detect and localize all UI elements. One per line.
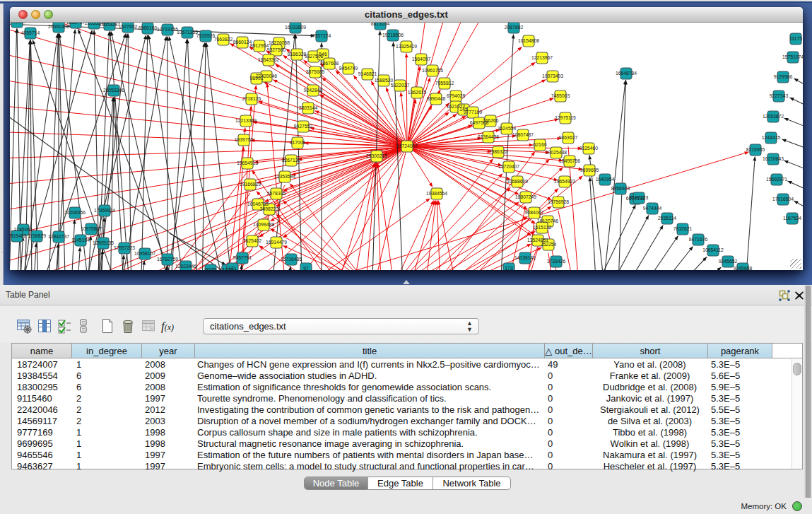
svg-text:8813054: 8813054: [371, 23, 390, 26]
svg-text:1588520: 1588520: [375, 78, 394, 83]
svg-text:3915482: 3915482: [10, 233, 26, 238]
svg-text:9129966: 9129966: [774, 74, 793, 79]
svg-text:9463627: 9463627: [559, 135, 578, 140]
svg-text:252254: 252254: [541, 242, 557, 247]
svg-text:17016504: 17016504: [772, 197, 794, 201]
svg-text:173: 173: [505, 266, 513, 270]
svg-text:9245: 9245: [205, 267, 216, 270]
svg-text:1244415: 1244415: [762, 135, 781, 140]
svg-text:1145194: 1145194: [71, 238, 90, 243]
svg-text:3875685: 3875685: [306, 69, 325, 74]
svg-text:20206556: 20206556: [64, 210, 86, 215]
svg-text:12213369: 12213369: [235, 118, 257, 123]
svg-text:2087682: 2087682: [505, 25, 524, 30]
svg-text:10025438: 10025438: [546, 150, 567, 155]
svg-text:20691406: 20691406: [48, 24, 69, 29]
svg-text:16046788: 16046788: [247, 201, 269, 206]
svg-text:5578335: 5578335: [267, 191, 286, 196]
svg-text:15720407: 15720407: [498, 164, 519, 169]
svg-text:5322037: 5322037: [391, 83, 410, 88]
svg-text:8454749: 8454749: [339, 66, 358, 71]
svg-text:16210643: 16210643: [763, 156, 784, 161]
svg-text:9245688: 9245688: [734, 266, 753, 270]
svg-text:10688609: 10688609: [507, 179, 528, 184]
svg-text:19218506: 19218506: [382, 33, 404, 37]
svg-text:14136141: 14136141: [514, 255, 536, 260]
svg-text:10973493: 10973493: [542, 74, 563, 78]
svg-text:9777169: 9777169: [464, 110, 483, 115]
svg-text:1905517: 1905517: [10, 23, 26, 24]
svg-text:19654913: 19654913: [237, 160, 258, 165]
svg-text:10975867: 10975867: [81, 226, 102, 231]
svg-text:10961755: 10961755: [422, 68, 443, 73]
svg-text:9197323: 9197323: [630, 195, 649, 200]
svg-text:16033809: 16033809: [285, 25, 306, 30]
svg-text:8186328: 8186328: [288, 52, 307, 57]
svg-text:18226058: 18226058: [269, 40, 290, 45]
svg-text:2803144: 2803144: [299, 105, 318, 110]
svg-text:7485003: 7485003: [551, 93, 570, 98]
svg-text:10654112: 10654112: [702, 247, 724, 252]
svg-text:9146821: 9146821: [358, 71, 377, 76]
svg-text:98901: 98901: [250, 76, 264, 81]
svg-text:8990448: 8990448: [427, 96, 446, 101]
svg-text:10807487: 10807487: [512, 132, 534, 137]
svg-text:19756928: 19756928: [548, 199, 569, 204]
svg-text:25300215: 25300215: [366, 153, 387, 158]
svg-text:26053346: 26053346: [103, 88, 124, 93]
svg-text:10671355: 10671355: [177, 30, 198, 35]
svg-text:18495756: 18495756: [559, 158, 580, 163]
svg-text:97: 97: [303, 266, 309, 270]
svg-text:7515526: 7515526: [196, 33, 216, 38]
svg-text:12505135: 12505135: [93, 240, 114, 245]
svg-text:16154808: 16154808: [518, 38, 539, 43]
svg-text:19654923: 19654923: [554, 179, 575, 184]
svg-text:16914479: 16914479: [266, 240, 287, 245]
svg-text:1167534: 1167534: [783, 216, 801, 221]
svg-text:6794028: 6794028: [447, 93, 466, 98]
svg-text:417006: 417006: [290, 140, 306, 145]
svg-text:1939755: 1939755: [235, 137, 254, 142]
svg-text:18807249: 18807249: [515, 194, 536, 199]
svg-text:16648784: 16648784: [616, 71, 637, 76]
svg-text:10958107: 10958107: [134, 251, 155, 256]
svg-text:8471676: 8471676: [689, 237, 708, 242]
svg-text:6966160: 6966160: [139, 25, 158, 30]
svg-text:17957223: 17957223: [114, 245, 135, 250]
svg-text:12213967: 12213967: [531, 55, 553, 60]
svg-text:2935114: 2935114: [658, 216, 676, 221]
svg-text:62160: 62160: [534, 142, 547, 147]
svg-text:131: 131: [228, 266, 237, 270]
svg-text:9245652: 9245652: [719, 259, 738, 264]
svg-text:9242848: 9242848: [304, 88, 323, 93]
svg-text:15716485: 15716485: [281, 257, 302, 262]
svg-text:7357224: 7357224: [312, 33, 331, 38]
svg-text:14099488: 14099488: [253, 222, 274, 227]
svg-text:13325419: 13325419: [396, 44, 417, 49]
svg-text:1835717: 1835717: [66, 23, 86, 25]
svg-text:19384554: 19384554: [426, 191, 447, 196]
svg-text:12923446: 12923446: [175, 264, 196, 269]
svg-text:1362615: 1362615: [408, 90, 427, 95]
svg-text:2185061: 2185061: [14, 227, 33, 232]
svg-text:8427552: 8427552: [294, 124, 313, 129]
svg-text:7955812: 7955812: [435, 81, 454, 86]
svg-text:21364436: 21364436: [478, 134, 499, 139]
svg-text:12942737: 12942737: [48, 234, 69, 239]
svg-text:16782759: 16782759: [157, 257, 178, 262]
svg-text:19166829: 19166829: [240, 182, 261, 187]
svg-text:9457791: 9457791: [233, 255, 252, 260]
svg-text:3498222: 3498222: [260, 206, 279, 211]
svg-text:17359924: 17359924: [94, 208, 115, 213]
svg-text:546: 546: [319, 52, 327, 57]
svg-text:4055714: 4055714: [21, 30, 40, 35]
svg-text:9115460: 9115460: [579, 146, 598, 151]
svg-text:1156829: 1156829: [28, 233, 46, 238]
svg-text:8215955: 8215955: [746, 147, 765, 152]
svg-text:9327500: 9327500: [267, 47, 286, 52]
svg-text:12093872: 12093872: [763, 114, 784, 119]
svg-text:7625402: 7625402: [243, 238, 262, 243]
svg-text:1640954: 1640954: [596, 177, 615, 182]
svg-text:6497568: 6497568: [470, 120, 489, 125]
svg-text:3624554: 3624554: [498, 126, 517, 131]
